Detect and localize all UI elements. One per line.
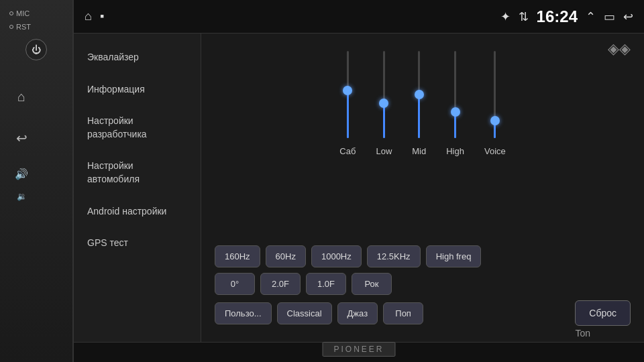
reset-button[interactable]: Сброс (575, 300, 631, 326)
left-hardware-panel: MIC RST ⏻ ⌂ ↩ 🔊 🔉 (0, 0, 74, 362)
home-hw-button[interactable]: ⌂ (8, 83, 35, 110)
status-right-area: ✦ ⇅ 16:24 ⌃ ▭ ↩ (500, 7, 633, 26)
slider-low-label: Low (376, 146, 392, 156)
clock-display: 16:24 (537, 7, 578, 26)
btn-jazz[interactable]: Джаз (337, 302, 378, 324)
side-menu: Эквалайзер Информация Настройки разработ… (74, 34, 201, 342)
menu-item-gps-test[interactable]: GPS тест (74, 227, 201, 259)
slider-high-track[interactable] (454, 51, 456, 138)
menu-item-equalizer[interactable]: Эквалайзер (74, 42, 201, 74)
btn-1000hz[interactable]: 1000Hz (311, 245, 362, 267)
ton-label: Ton (575, 328, 590, 339)
square-status-icon: ▪ (100, 9, 104, 23)
btn-2f[interactable]: 2.0F (260, 273, 301, 295)
main-screen: ⌂ ▪ ✦ ⇅ 16:24 ⌃ ▭ ↩ Эквалайзер Информаци… (74, 0, 644, 362)
menu-item-dev-settings[interactable]: Настройки разработчика (74, 105, 201, 150)
device-frame: MIC RST ⏻ ⌂ ↩ 🔊 🔉 ⌂ ▪ ✦ ⇅ 16:24 ⌃ (0, 0, 644, 362)
slider-high: High (446, 51, 464, 156)
slider-sub-track[interactable] (347, 51, 349, 138)
equalizer-area: ◈◈ Саб (201, 34, 644, 342)
btn-60hz[interactable]: 60Hz (266, 245, 306, 267)
home-status-icon: ⌂ (85, 9, 92, 23)
power-icon: ⏻ (32, 44, 41, 55)
btn-1f[interactable]: 1.0F (306, 273, 346, 295)
speaker-icon[interactable]: ◈◈ (608, 40, 631, 58)
btn-160hz[interactable]: 160Hz (215, 245, 260, 267)
btn-classical[interactable]: Classical (277, 302, 332, 324)
menu-item-car-settings[interactable]: Настройки автомобиля (74, 150, 201, 195)
content-area: Эквалайзер Информация Настройки разработ… (74, 34, 644, 342)
status-left-icons: ⌂ ▪ (85, 9, 104, 23)
vol-down-button[interactable]: 🔉 (8, 186, 35, 206)
phase-buttons-row: 0° 2.0F 1.0F Рок (215, 273, 631, 295)
slider-high-label: High (446, 146, 464, 156)
status-bar: ⌂ ▪ ✦ ⇅ 16:24 ⌃ ▭ ↩ (74, 0, 644, 34)
btn-user-preset[interactable]: Пользо... (215, 302, 272, 324)
buttons-area: 160Hz 60Hz 1000Hz 12.5KHz High freq 0° 2… (215, 245, 631, 331)
menu-item-info[interactable]: Информация (74, 74, 201, 106)
vol-up-button[interactable]: 🔊 (8, 164, 35, 184)
battery-icon: ▭ (604, 9, 615, 24)
back-hw-button[interactable]: ↩ (8, 125, 35, 152)
bluetooth-icon: ✦ (500, 9, 511, 24)
back-nav-icon[interactable]: ↩ (623, 9, 633, 24)
freq-buttons-row: 160Hz 60Hz 1000Hz 12.5KHz High freq (215, 245, 631, 267)
btn-pop[interactable]: Поп (383, 302, 423, 324)
speaker-controls: ◈◈ (608, 40, 631, 58)
slider-mid: Mid (412, 51, 426, 156)
mic-label: MIC (5, 7, 34, 20)
slider-low-track[interactable] (383, 51, 385, 138)
btn-125khz[interactable]: 12.5KHz (367, 245, 421, 267)
btn-rok[interactable]: Рок (352, 273, 392, 295)
bottom-bar: PIONEER (74, 342, 644, 362)
preset-buttons-group: Пользо... Classical Джаз Поп (215, 302, 423, 324)
slider-low: Low (376, 51, 392, 156)
preset-buttons-row: Пользо... Classical Джаз Поп Сброс (215, 300, 631, 326)
slider-mid-track[interactable] (418, 51, 420, 138)
pioneer-logo: PIONEER (322, 342, 395, 357)
slider-voice-label: Voice (484, 146, 506, 156)
rst-label: RST (5, 20, 35, 34)
slider-mid-label: Mid (412, 146, 426, 156)
slider-voice: Voice (484, 51, 506, 156)
slider-sub-label: Саб (339, 146, 356, 156)
btn-0deg[interactable]: 0° (215, 273, 255, 295)
slider-sub: Саб (339, 51, 356, 156)
btn-highfreq[interactable]: High freq (426, 245, 482, 267)
power-button[interactable]: ⏻ (25, 39, 47, 60)
sliders-row: Саб Low (215, 44, 631, 239)
slider-voice-track[interactable] (494, 51, 496, 138)
chevron-up-icon: ⌃ (586, 9, 596, 24)
signal-icon: ⇅ (519, 9, 529, 24)
menu-item-android-settings[interactable]: Android настройки (74, 196, 201, 228)
